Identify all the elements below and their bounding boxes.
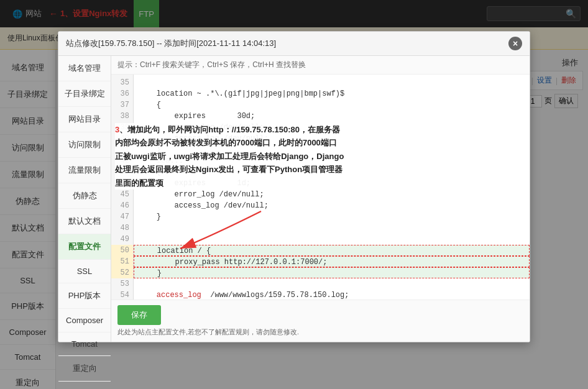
code-line-51: proxy_pass http://127.0.0.1:7000/;	[134, 256, 530, 267]
code-line-49	[134, 234, 530, 245]
code-line-37: {	[134, 99, 530, 111]
modal-hint: 提示：Ctrl+F 搜索关键字，Ctrl+S 保存，Ctrl+H 查找替换	[111, 56, 530, 75]
code-content[interactable]: location ~ .*\.(gif|jpg|jpeg|png|bmp|swf…	[134, 75, 530, 300]
code-line-41: }	[134, 144, 530, 155]
modal-body: 域名管理 子目录绑定 网站目录 访问限制 流量限制 伪静态 默认文档 配置文件 …	[58, 56, 530, 342]
code-line-40: access_log /dev/null;	[134, 133, 530, 144]
modal-sidebar-tomcat[interactable]: Tomcat	[58, 332, 111, 356]
modal-sidebar: 域名管理 子目录绑定 网站目录 访问限制 流量限制 伪静态 默认文档 配置文件 …	[58, 56, 111, 342]
code-line-54: access_log /www/wwwlogs/159.75.78.150.lo…	[134, 290, 530, 300]
code-line-35	[134, 77, 530, 88]
modal-sidebar-composer[interactable]: Composer	[58, 309, 111, 332]
code-line-43: {	[134, 167, 530, 178]
code-line-50: location / {	[134, 245, 530, 256]
modal-sidebar-pseudo[interactable]: 伪静态	[58, 183, 111, 209]
code-editor[interactable]: 35 36 37 38 39 40 41 42 43 44 45 46 47 4…	[111, 75, 530, 300]
modal-sidebar-webdir[interactable]: 网站目录	[58, 107, 111, 132]
modal-sidebar-traffic[interactable]: 流量限制	[58, 158, 111, 183]
modal-dialog: 站点修改[159.75.78.150] -- 添加时间[2021-11-11 1…	[58, 31, 530, 342]
code-line-39: error_log /dev/null;	[134, 122, 530, 133]
modal-sidebar-redirect[interactable]: 重定向	[58, 356, 111, 382]
code-line-36: location ~ .*\.(gif|jpg|jpeg|png|bmp|swf…	[134, 88, 530, 99]
modal-sidebar-php[interactable]: PHP版本	[58, 283, 111, 309]
modal-sidebar-domain[interactable]: 域名管理	[58, 56, 111, 81]
modal-close-button[interactable]: ×	[508, 37, 522, 50]
modal-sidebar-config[interactable]: 配置文件	[58, 234, 111, 260]
modal-header: 站点修改[159.75.78.150] -- 添加时间[2021-11-11 1…	[58, 32, 530, 56]
modal-footer: 保存 此处为站点主配置文件,若您不了解配置规则，请勿随意修改.	[111, 300, 530, 342]
save-button[interactable]: 保存	[117, 305, 161, 325]
modal-sidebar-default-doc[interactable]: 默认文档	[58, 209, 111, 234]
modal-main: 提示：Ctrl+F 搜索关键字，Ctrl+S 保存，Ctrl+H 查找替换 35…	[111, 56, 530, 342]
code-line-46: access_log /dev/null;	[134, 200, 530, 211]
code-line-52: }	[134, 267, 530, 278]
modal-sidebar-access[interactable]: 访问限制	[58, 132, 111, 158]
code-line-53	[134, 278, 530, 290]
modal-sidebar-ssl[interactable]: SSL	[58, 260, 111, 283]
line-numbers: 35 36 37 38 39 40 41 42 43 44 45 46 47 4…	[111, 75, 134, 300]
modal-sidebar-subdir[interactable]: 子目录绑定	[58, 81, 111, 107]
code-line-38: expires 30d;	[134, 111, 530, 122]
modal-title: 站点修改[159.75.78.150] -- 添加时间[2021-11-11 1…	[66, 38, 276, 49]
code-line-48	[134, 222, 530, 234]
code-line-47: }	[134, 211, 530, 222]
code-line-44: expires 1d;	[134, 178, 530, 189]
code-line-45: error_log /dev/null;	[134, 189, 530, 200]
code-line-42: loa...	[134, 155, 530, 167]
footer-note: 此处为站点主配置文件,若您不了解配置规则，请勿随意修改.	[117, 327, 523, 337]
